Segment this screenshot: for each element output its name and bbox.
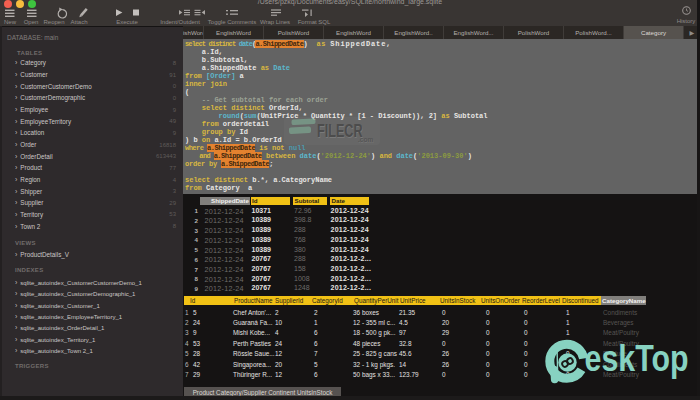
svg-text:eskTop: eskTop	[585, 338, 689, 379]
